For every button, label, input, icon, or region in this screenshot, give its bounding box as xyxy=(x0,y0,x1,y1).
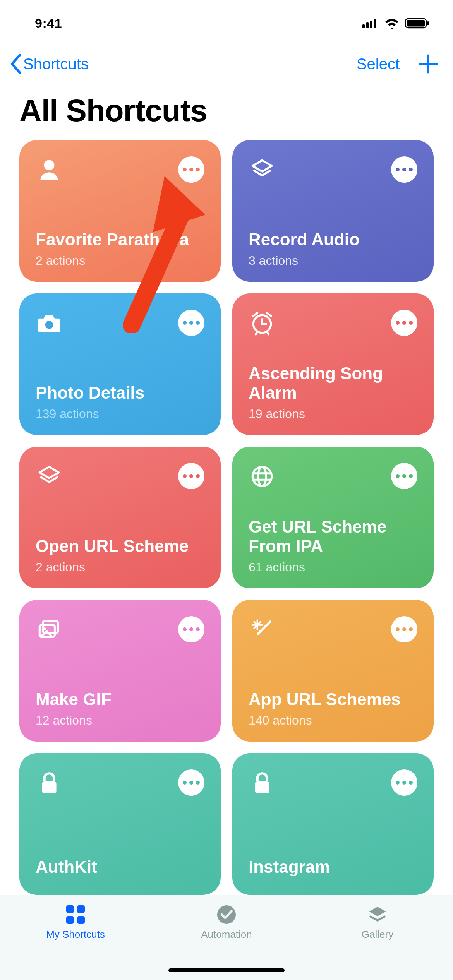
svg-rect-21 xyxy=(77,916,85,924)
tab-automation[interactable]: Automation xyxy=(176,904,277,941)
card-body: Photo Details139 actions xyxy=(36,383,204,421)
camera-icon xyxy=(36,310,63,337)
screen: 9:41 Shortcuts Select All Shortcuts Favo… xyxy=(0,0,453,980)
tab-my-shortcuts[interactable]: My Shortcuts xyxy=(25,904,126,941)
card-more-button[interactable] xyxy=(391,310,417,336)
svg-point-10 xyxy=(252,467,272,486)
card-body: App URL Schemes140 actions xyxy=(249,690,417,728)
svg-rect-20 xyxy=(66,916,74,924)
shortcut-card[interactable]: AuthKit xyxy=(19,753,221,895)
card-more-button[interactable] xyxy=(391,616,417,642)
shortcut-card[interactable]: Open URL Scheme2 actions xyxy=(19,447,221,588)
back-label: Shortcuts xyxy=(23,55,89,73)
card-header xyxy=(249,769,417,797)
card-title: Ascending Song Alarm xyxy=(249,364,417,403)
svg-point-8 xyxy=(45,321,53,329)
svg-rect-2 xyxy=(370,21,372,28)
card-title: Open URL Scheme xyxy=(36,536,204,556)
layers-icon xyxy=(249,156,276,183)
layers-icon xyxy=(367,904,388,925)
nav-bar: Shortcuts Select xyxy=(0,46,453,81)
tab-bar: My Shortcuts Automation Gallery xyxy=(0,895,453,980)
shortcut-card[interactable]: Photo Details139 actions xyxy=(19,293,221,435)
svg-rect-1 xyxy=(366,22,369,28)
card-more-button[interactable] xyxy=(178,310,204,336)
status-time: 9:41 xyxy=(35,16,62,31)
chevron-left-icon xyxy=(9,54,22,74)
card-title: Make GIF xyxy=(36,690,204,709)
shortcut-card[interactable]: App URL Schemes140 actions xyxy=(232,600,434,742)
card-body: Get URL Scheme From IPA61 actions xyxy=(249,517,417,574)
shortcut-card[interactable]: Make GIF12 actions xyxy=(19,600,221,742)
card-title: Get URL Scheme From IPA xyxy=(249,517,417,556)
shortcut-card[interactable]: Record Audio3 actions xyxy=(232,140,434,282)
card-title: Photo Details xyxy=(36,383,204,403)
svg-rect-3 xyxy=(374,19,376,28)
svg-point-7 xyxy=(44,160,55,170)
plus-icon xyxy=(418,54,438,74)
add-button[interactable] xyxy=(418,54,438,74)
card-subtitle: 12 actions xyxy=(36,713,204,728)
back-button[interactable]: Shortcuts xyxy=(9,54,89,74)
card-header xyxy=(249,156,417,183)
cellular-icon xyxy=(362,18,379,28)
status-indicators xyxy=(362,18,430,29)
alarm-icon xyxy=(249,310,276,337)
card-header xyxy=(249,463,417,490)
nav-actions: Select xyxy=(357,54,438,74)
status-bar: 9:41 xyxy=(0,0,453,46)
card-more-button[interactable] xyxy=(391,769,417,796)
shortcut-card[interactable]: Get URL Scheme From IPA61 actions xyxy=(232,447,434,588)
svg-point-22 xyxy=(217,905,236,924)
card-subtitle: 19 actions xyxy=(249,407,417,421)
home-indicator xyxy=(168,968,285,972)
svg-rect-15 xyxy=(42,781,56,793)
shortcut-card[interactable]: Ascending Song Alarm19 actions xyxy=(232,293,434,435)
card-more-button[interactable] xyxy=(391,463,417,489)
card-title: AuthKit xyxy=(36,857,204,877)
shortcut-card[interactable]: Favorite Parathena2 actions xyxy=(19,140,221,282)
svg-point-14 xyxy=(43,627,46,630)
wand-icon xyxy=(249,616,276,643)
card-subtitle: 140 actions xyxy=(249,713,417,728)
svg-rect-6 xyxy=(427,21,429,25)
lock-icon xyxy=(249,769,276,797)
card-more-button[interactable] xyxy=(178,463,204,489)
photos-icon xyxy=(36,616,63,643)
card-body: Open URL Scheme2 actions xyxy=(36,536,204,574)
card-header xyxy=(36,769,204,797)
svg-rect-18 xyxy=(66,905,74,913)
shortcut-card[interactable]: Instagram xyxy=(232,753,434,895)
lock-icon xyxy=(36,769,63,797)
card-header xyxy=(36,310,204,337)
card-title: Instagram xyxy=(249,857,417,877)
card-subtitle: 61 actions xyxy=(249,560,417,574)
card-body: Make GIF12 actions xyxy=(36,690,204,728)
card-header xyxy=(249,310,417,337)
tab-gallery[interactable]: Gallery xyxy=(327,904,428,941)
card-more-button[interactable] xyxy=(178,616,204,642)
check-circle-icon xyxy=(216,904,237,925)
svg-rect-5 xyxy=(407,20,425,27)
svg-rect-0 xyxy=(362,24,365,28)
card-more-button[interactable] xyxy=(391,156,417,183)
tab-label: Gallery xyxy=(362,929,393,941)
card-header xyxy=(36,616,204,643)
tab-label: Automation xyxy=(201,929,252,941)
layers-icon xyxy=(36,463,63,490)
card-title: Favorite Parathena xyxy=(36,230,204,250)
svg-rect-16 xyxy=(255,781,269,793)
card-body: Instagram xyxy=(249,857,417,881)
card-header xyxy=(36,463,204,490)
card-subtitle: 3 actions xyxy=(249,254,417,268)
card-header xyxy=(249,616,417,643)
card-subtitle: 2 actions xyxy=(36,254,204,268)
select-button[interactable]: Select xyxy=(357,55,400,73)
card-more-button[interactable] xyxy=(178,769,204,796)
globe-icon xyxy=(249,463,276,490)
tab-label: My Shortcuts xyxy=(46,929,105,941)
card-body: Favorite Parathena2 actions xyxy=(36,230,204,268)
card-more-button[interactable] xyxy=(178,156,204,183)
card-header xyxy=(36,156,204,183)
card-title: Record Audio xyxy=(249,230,417,250)
